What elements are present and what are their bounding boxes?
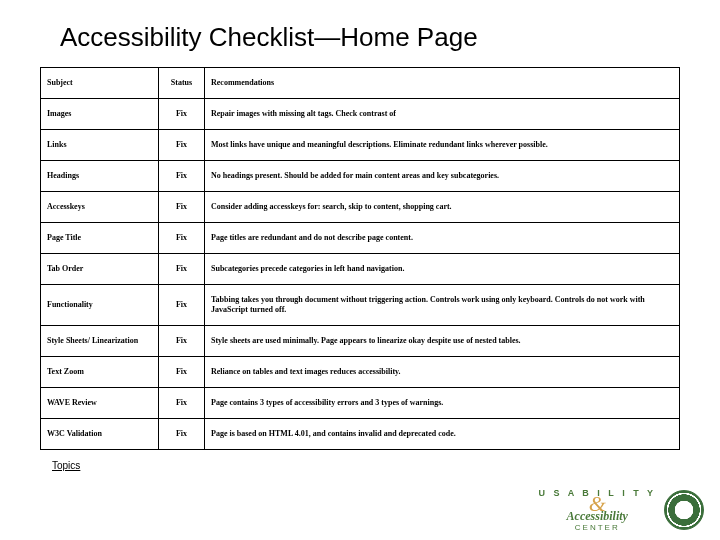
cell-rec: Most links have unique and meaningful de… (205, 130, 680, 161)
cell-rec: Repair images with missing alt tags. Che… (205, 99, 680, 130)
table-body: Subject Status Recommendations ImagesFix… (41, 68, 680, 450)
cell-rec: Page contains 3 types of accessibility e… (205, 388, 680, 419)
cell-subject: Images (41, 99, 159, 130)
cell-subject: Functionality (41, 285, 159, 326)
table-row: WAVE ReviewFixPage contains 3 types of a… (41, 388, 680, 419)
cell-status: Fix (159, 357, 205, 388)
university-seal-icon (664, 490, 704, 530)
footer: U S A B I L I T Y & Accessibility CENTER (538, 489, 704, 532)
cell-subject: Headings (41, 161, 159, 192)
table-row: HeadingsFixNo headings present. Should b… (41, 161, 680, 192)
cell-subject: Links (41, 130, 159, 161)
table-row: Tab OrderFixSubcategories precede catego… (41, 254, 680, 285)
table-header-row: Subject Status Recommendations (41, 68, 680, 99)
cell-status: Fix (159, 254, 205, 285)
cell-status: Fix (159, 388, 205, 419)
cell-rec: No headings present. Should be added for… (205, 161, 680, 192)
cell-rec: Style sheets are used minimally. Page ap… (205, 326, 680, 357)
cell-subject: Accesskeys (41, 192, 159, 223)
table-row: ImagesFixRepair images with missing alt … (41, 99, 680, 130)
cell-subject: W3C Validation (41, 419, 159, 450)
cell-status: Fix (159, 419, 205, 450)
table-row: W3C ValidationFixPage is based on HTML 4… (41, 419, 680, 450)
col-header-subject: Subject (41, 68, 159, 99)
table-row: Text ZoomFixReliance on tables and text … (41, 357, 680, 388)
table-row: Style Sheets/ LinearizationFixStyle shee… (41, 326, 680, 357)
cell-subject: Style Sheets/ Linearization (41, 326, 159, 357)
cell-rec: Consider adding accesskeys for: search, … (205, 192, 680, 223)
col-header-status: Status (159, 68, 205, 99)
cell-status: Fix (159, 161, 205, 192)
brand-logo: U S A B I L I T Y & Accessibility CENTER (538, 489, 656, 532)
cell-status: Fix (159, 223, 205, 254)
cell-status: Fix (159, 285, 205, 326)
cell-subject: WAVE Review (41, 388, 159, 419)
cell-status: Fix (159, 326, 205, 357)
cell-rec: Reliance on tables and text images reduc… (205, 357, 680, 388)
cell-status: Fix (159, 192, 205, 223)
brand-center-text: CENTER (538, 524, 656, 532)
table-row: AccesskeysFixConsider adding accesskeys … (41, 192, 680, 223)
checklist-table: Subject Status Recommendations ImagesFix… (40, 67, 680, 450)
cell-subject: Tab Order (41, 254, 159, 285)
brand-accessibility-text: Accessibility (567, 509, 628, 523)
page-title: Accessibility Checklist—Home Page (0, 0, 720, 67)
cell-status: Fix (159, 99, 205, 130)
cell-rec: Tabbing takes you through document witho… (205, 285, 680, 326)
checklist-table-container: Subject Status Recommendations ImagesFix… (0, 67, 720, 450)
cell-subject: Text Zoom (41, 357, 159, 388)
cell-subject: Page Title (41, 223, 159, 254)
cell-status: Fix (159, 130, 205, 161)
cell-rec: Page is based on HTML 4.01, and contains… (205, 419, 680, 450)
table-row: Page TitleFixPage titles are redundant a… (41, 223, 680, 254)
col-header-rec: Recommendations (205, 68, 680, 99)
cell-rec: Subcategories precede categories in left… (205, 254, 680, 285)
table-row: LinksFixMost links have unique and meani… (41, 130, 680, 161)
cell-rec: Page titles are redundant and do not des… (205, 223, 680, 254)
table-row: FunctionalityFixTabbing takes you throug… (41, 285, 680, 326)
topics-link[interactable]: Topics (0, 450, 80, 471)
